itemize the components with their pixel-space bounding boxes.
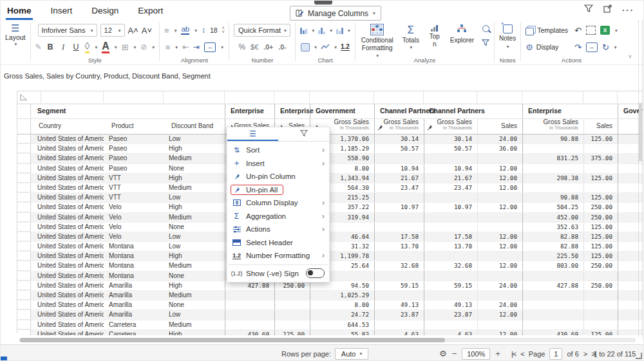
value-cell[interactable]: 23.87 bbox=[424, 310, 477, 319]
value-cell[interactable] bbox=[424, 193, 477, 202]
band-cell[interactable]: High bbox=[164, 330, 225, 335]
value-cell[interactable]: 24.72 bbox=[310, 310, 374, 319]
product-cell[interactable]: Amarilla bbox=[104, 291, 164, 300]
value-cell[interactable]: 125.00 bbox=[583, 223, 618, 232]
increase-font-icon[interactable]: A˄ bbox=[128, 26, 138, 35]
resize-handle[interactable] bbox=[636, 353, 642, 359]
decrease-font-icon[interactable]: A˅ bbox=[142, 26, 152, 35]
value-cell[interactable]: 50.57 bbox=[374, 144, 424, 153]
row-gutter-cell[interactable] bbox=[17, 174, 31, 183]
value-column-header[interactable]: Gross Salesin Thousands bbox=[424, 119, 477, 134]
value-cell[interactable] bbox=[522, 164, 583, 173]
font-color-icon[interactable]: A bbox=[102, 41, 109, 53]
wrap-text-icon[interactable]: ab bbox=[181, 26, 189, 35]
band-cell[interactable]: None bbox=[164, 272, 225, 281]
value-cell[interactable]: 59.15 bbox=[424, 281, 477, 290]
product-cell[interactable]: VTT bbox=[104, 174, 164, 183]
product-cell[interactable]: Montana bbox=[104, 261, 164, 270]
column-group-header[interactable]: Enterprise bbox=[274, 104, 310, 118]
value-cell[interactable] bbox=[424, 291, 477, 300]
value-cell[interactable]: 21.67 bbox=[424, 174, 477, 183]
product-cell[interactable]: Paseo bbox=[104, 154, 164, 163]
sparkline-icon[interactable] bbox=[321, 41, 330, 53]
horizontal-scrollbar-thumb[interactable] bbox=[20, 338, 445, 342]
data-bars-icon[interactable] bbox=[301, 43, 310, 51]
row-gutter-cell[interactable] bbox=[17, 183, 31, 192]
underline-icon[interactable]: U bbox=[72, 42, 80, 51]
row-gutter-cell[interactable] bbox=[17, 281, 31, 290]
column-group-header[interactable]: Government bbox=[310, 104, 374, 118]
value-cell[interactable]: 21.67 bbox=[374, 174, 424, 183]
product-cell[interactable]: Amarilla bbox=[104, 281, 164, 290]
value-cell[interactable] bbox=[477, 291, 522, 300]
country-cell[interactable]: United States of America bbox=[31, 174, 104, 183]
value-cell[interactable] bbox=[477, 213, 522, 222]
bold-icon[interactable]: B bbox=[46, 42, 55, 51]
row-gutter-cell[interactable] bbox=[17, 310, 31, 319]
value-cell[interactable]: 30.14 bbox=[374, 134, 424, 143]
country-cell[interactable]: United States of America bbox=[31, 330, 104, 335]
value-cell[interactable]: 430.69 bbox=[522, 330, 583, 335]
value-cell[interactable] bbox=[522, 310, 583, 319]
band-cell[interactable]: Medium bbox=[164, 154, 225, 163]
country-cell[interactable]: United States of America bbox=[31, 144, 104, 153]
negative-sign-toggle[interactable] bbox=[306, 268, 325, 278]
band-cell[interactable]: Medium bbox=[164, 291, 225, 300]
visual-drag-handle[interactable] bbox=[314, 1, 332, 5]
value-cell[interactable]: 82.88 bbox=[522, 242, 583, 251]
value-cell[interactable]: 82.88 bbox=[522, 232, 583, 241]
fit-width-icon[interactable]: ↔ bbox=[586, 42, 598, 52]
value-cell[interactable]: 24.00 bbox=[477, 134, 522, 143]
country-cell[interactable]: United States of America bbox=[31, 164, 104, 173]
menu-item-aggregation[interactable]: ΣAggregation› bbox=[227, 210, 329, 223]
band-cell[interactable]: Low bbox=[164, 193, 225, 202]
band-cell[interactable]: High bbox=[164, 252, 225, 261]
undo-icon[interactable]: ↶ bbox=[574, 26, 582, 35]
value-cell[interactable]: 23.47 bbox=[374, 183, 424, 192]
value-cell[interactable] bbox=[374, 213, 424, 222]
band-cell[interactable]: High bbox=[164, 144, 225, 153]
value-cell[interactable]: 12.00 bbox=[477, 330, 522, 335]
product-cell[interactable]: Montana bbox=[104, 242, 164, 251]
value-cell[interactable] bbox=[424, 154, 477, 163]
band-cell[interactable]: Low bbox=[164, 232, 225, 241]
value-cell[interactable]: 298.38 bbox=[522, 174, 583, 183]
value-cell[interactable]: 427.88 bbox=[522, 281, 583, 290]
country-cell[interactable]: United States of America bbox=[31, 291, 104, 300]
value-cell[interactable] bbox=[583, 272, 618, 281]
value-cell[interactable]: 32.68 bbox=[424, 261, 477, 270]
value-cell[interactable] bbox=[274, 301, 310, 310]
value-cell[interactable]: 12.00 bbox=[477, 232, 522, 241]
value-cell[interactable]: 10.97 bbox=[424, 203, 477, 212]
increase-decimal-icon[interactable]: .0+ bbox=[263, 43, 273, 51]
row-gutter-cell[interactable] bbox=[17, 272, 31, 281]
product-cell[interactable]: VTT bbox=[104, 183, 164, 192]
product-cell[interactable]: Velo bbox=[104, 223, 164, 232]
value-cell[interactable]: 225.50 bbox=[522, 252, 583, 261]
value-cell[interactable]: 36.00 bbox=[477, 144, 522, 153]
product-cell[interactable]: Amarilla bbox=[104, 301, 164, 310]
value-column-header[interactable]: Sales bbox=[583, 119, 618, 134]
settings-gear-icon[interactable]: ⚙ bbox=[439, 349, 447, 358]
value-cell[interactable]: 644.53 bbox=[310, 320, 374, 329]
borders-icon[interactable]: ⊞ bbox=[122, 43, 129, 51]
tab-design[interactable]: Design bbox=[90, 1, 120, 20]
value-cell[interactable]: 24.00 bbox=[477, 281, 522, 290]
product-cell[interactable]: Paseo bbox=[104, 144, 164, 153]
band-cell[interactable]: High bbox=[164, 281, 225, 290]
export-excel-icon[interactable]: X bbox=[600, 26, 610, 35]
value-cell[interactable] bbox=[225, 291, 274, 300]
value-cell[interactable]: 12.00 bbox=[477, 242, 522, 251]
value-cell[interactable]: 352.63 bbox=[522, 223, 583, 232]
row-gutter-cell[interactable] bbox=[17, 291, 31, 300]
tab-insert[interactable]: Insert bbox=[50, 1, 74, 20]
band-cell[interactable]: Medium bbox=[164, 183, 225, 192]
value-cell[interactable]: 504.25 bbox=[522, 203, 583, 212]
value-cell[interactable]: 8.00 bbox=[310, 301, 374, 310]
row-gutter-cell[interactable] bbox=[17, 301, 31, 310]
value-cell[interactable]: 125.00 bbox=[583, 242, 618, 251]
value-cell[interactable]: 12.00 bbox=[477, 203, 522, 212]
value-cell[interactable] bbox=[274, 291, 310, 300]
product-cell[interactable]: Carretera bbox=[104, 330, 164, 335]
value-cell[interactable]: 4.63 bbox=[374, 330, 424, 335]
